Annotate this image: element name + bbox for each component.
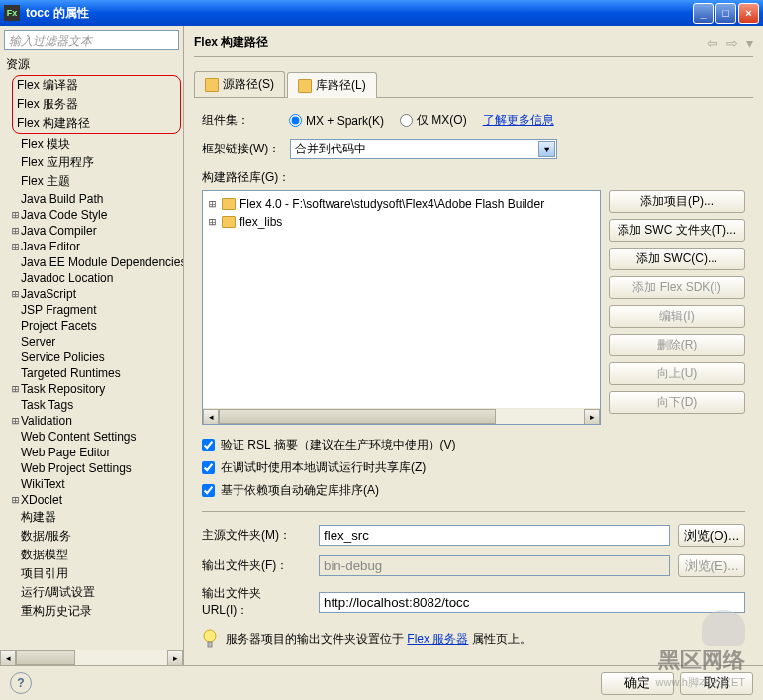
libtree-hscroll[interactable]: ◂ ▸ [203, 408, 600, 424]
edit-button[interactable]: 编辑(I) [609, 305, 745, 328]
button-bar: ? 确定 取消 [0, 665, 763, 700]
scroll-left-icon[interactable]: ◂ [203, 409, 219, 425]
tree-item[interactable]: 重构历史记录 [10, 602, 183, 621]
scroll-right-icon[interactable]: ▸ [167, 650, 183, 666]
titlebar: Fx tocc 的属性 _ □ × [0, 0, 763, 26]
remove-button[interactable]: 删除(R) [609, 334, 745, 356]
add-swc-folder-button[interactable]: 添加 SWC 文件夹(T)... [609, 219, 745, 242]
radio-mx-spark[interactable]: MX + Spark(K) [289, 114, 384, 128]
out-url-input[interactable] [319, 592, 745, 613]
tree-item[interactable]: Flex 模块 [10, 135, 183, 153]
main-panel: Flex 构建路径 ⇦ ⇨ ▾ 源路径(S) 库路径(L) 组件 [184, 26, 763, 665]
tree-item[interactable]: JSP Fragment [10, 302, 183, 318]
add-flex-sdk-button[interactable]: 添加 Flex SDK(I) [609, 276, 745, 299]
tree-item[interactable]: ⊞Java Editor [10, 239, 183, 254]
check-rsl-digest[interactable]: 验证 RSL 摘要（建议在生产环境中使用）(V) [202, 437, 745, 453]
lib-tree-item[interactable]: ⊞flex_libs [207, 213, 596, 231]
lib-tree-item[interactable]: ⊞Flex 4.0 - F:\software\studysoft\Flex4\… [207, 195, 596, 213]
main-src-input[interactable] [319, 525, 670, 546]
tree-item[interactable]: Java EE Module Dependencies [10, 254, 183, 270]
expander-icon[interactable]: ⊞ [10, 208, 21, 222]
tab-library-path[interactable]: 库路径(L) [287, 72, 377, 98]
browse-button[interactable]: 浏览(O)... [678, 524, 745, 547]
tree-item[interactable]: 项目引用 [10, 564, 183, 583]
tree-item[interactable]: Web Page Editor [10, 445, 183, 460]
tree-item[interactable]: 运行/调试设置 [10, 583, 183, 602]
tree-item[interactable]: Flex 主题 [10, 172, 183, 191]
tree-root[interactable]: 资源 [6, 55, 183, 74]
sidebar-hscroll[interactable]: ◂ ▸ [0, 650, 183, 665]
scroll-thumb[interactable] [219, 409, 496, 424]
framework-combobox[interactable]: 合并到代码中 ▼ [290, 139, 557, 159]
radio-mx-only[interactable]: 仅 MX(O) [400, 112, 467, 129]
tree-item[interactable]: ⊞XDoclet [10, 492, 183, 508]
expander-icon[interactable]: ⊞ [10, 382, 21, 396]
check-auto-order[interactable]: 基于依赖项自动确定库排序(A) [202, 482, 745, 499]
add-project-button[interactable]: 添加项目(P)... [609, 190, 745, 213]
expander-icon[interactable]: ⊞ [10, 287, 21, 301]
filter-input[interactable]: 输入过滤器文本 [4, 30, 179, 50]
tree-item[interactable]: Flex 服务器 [17, 95, 176, 114]
tree-item[interactable]: Flex 应用程序 [10, 153, 183, 172]
tree-item[interactable]: Web Content Settings [10, 429, 183, 445]
tree-item[interactable]: Flex 构建路径 [17, 114, 176, 133]
nav-back-icon[interactable]: ⇦ [707, 35, 718, 50]
move-up-button[interactable]: 向上(U) [609, 362, 745, 385]
tree-item[interactable]: Service Policies [10, 350, 183, 365]
tree-item[interactable]: Targeted Runtimes [10, 365, 183, 381]
libpath-label: 构建路径库(G)： [202, 169, 745, 186]
sidebar: 输入过滤器文本 资源 Flex 编译器 Flex 服务器 Flex 构建路径 F… [0, 26, 184, 665]
scroll-right-icon[interactable]: ▸ [584, 409, 600, 425]
tree-item[interactable]: Web Project Settings [10, 460, 183, 476]
scroll-left-icon[interactable]: ◂ [0, 650, 16, 666]
expander-icon[interactable]: ⊞ [10, 240, 21, 253]
framework-label: 框架链接(W)： [202, 141, 280, 157]
expander-icon[interactable]: ⊞ [10, 493, 21, 507]
tree-item[interactable]: Javadoc Location [10, 270, 183, 286]
chevron-down-icon[interactable]: ▼ [538, 141, 555, 157]
tree-item[interactable]: 数据/服务 [10, 527, 183, 546]
expander-icon[interactable]: ⊞ [10, 224, 21, 238]
folder-icon [205, 78, 219, 92]
folder-icon [298, 79, 312, 93]
out-folder-input [319, 555, 670, 576]
expander-icon[interactable]: ⊞ [10, 414, 21, 428]
nav-forward-icon[interactable]: ⇨ [726, 35, 738, 50]
learn-more-link[interactable]: 了解更多信息 [483, 112, 554, 129]
move-down-button[interactable]: 向下(D) [609, 391, 745, 414]
tree-item[interactable]: 数据模型 [10, 546, 183, 564]
tree-item[interactable]: Flex 编译器 [17, 76, 176, 95]
page-title: Flex 构建路径 [194, 34, 707, 50]
maximize-button[interactable]: □ [715, 3, 736, 24]
add-swc-button[interactable]: 添加 SWC(C)... [609, 248, 745, 270]
tree-item[interactable]: Java Build Path [10, 191, 183, 207]
minimize-button[interactable]: _ [693, 3, 714, 24]
highlighted-group: Flex 编译器 Flex 服务器 Flex 构建路径 [12, 75, 181, 134]
check-local-debug-rsl[interactable]: 在调试时使用本地调试运行时共享库(Z) [202, 459, 745, 476]
preference-tree[interactable]: 资源 Flex 编译器 Flex 服务器 Flex 构建路径 Flex 模块Fl… [0, 53, 183, 650]
tree-item[interactable]: ⊞Validation [10, 413, 183, 429]
tree-item[interactable]: Task Tags [10, 397, 183, 413]
tree-item[interactable]: 构建器 [10, 508, 183, 527]
tree-item[interactable]: ⊞Java Compiler [10, 223, 183, 239]
folder-icon [222, 216, 236, 228]
ok-button[interactable]: 确定 [601, 672, 674, 695]
flex-server-link[interactable]: Flex 服务器 [407, 632, 468, 646]
window-title: tocc 的属性 [26, 5, 693, 22]
tree-item[interactable]: ⊞Java Code Style [10, 207, 183, 223]
scroll-thumb[interactable] [16, 650, 75, 665]
help-icon[interactable]: ? [10, 672, 32, 694]
main-src-label: 主源文件夹(M)： [202, 527, 311, 544]
cancel-button[interactable]: 取消 [680, 672, 753, 695]
tab-source-path[interactable]: 源路径(S) [194, 71, 285, 97]
tree-item[interactable]: ⊞JavaScript [10, 286, 183, 302]
nav-menu-icon[interactable]: ▾ [746, 35, 753, 50]
tree-item[interactable]: Server [10, 334, 183, 350]
tree-item[interactable]: WikiText [10, 476, 183, 492]
tree-item[interactable]: Project Facets [10, 318, 183, 334]
library-tree[interactable]: ⊞Flex 4.0 - F:\software\studysoft\Flex4\… [202, 190, 601, 425]
tabs: 源路径(S) 库路径(L) [194, 71, 753, 98]
tree-item[interactable]: ⊞Task Repository [10, 381, 183, 397]
info-note: 服务器项目的输出文件夹设置位于 Flex 服务器 属性页上。 [202, 629, 745, 649]
close-button[interactable]: × [738, 3, 759, 24]
